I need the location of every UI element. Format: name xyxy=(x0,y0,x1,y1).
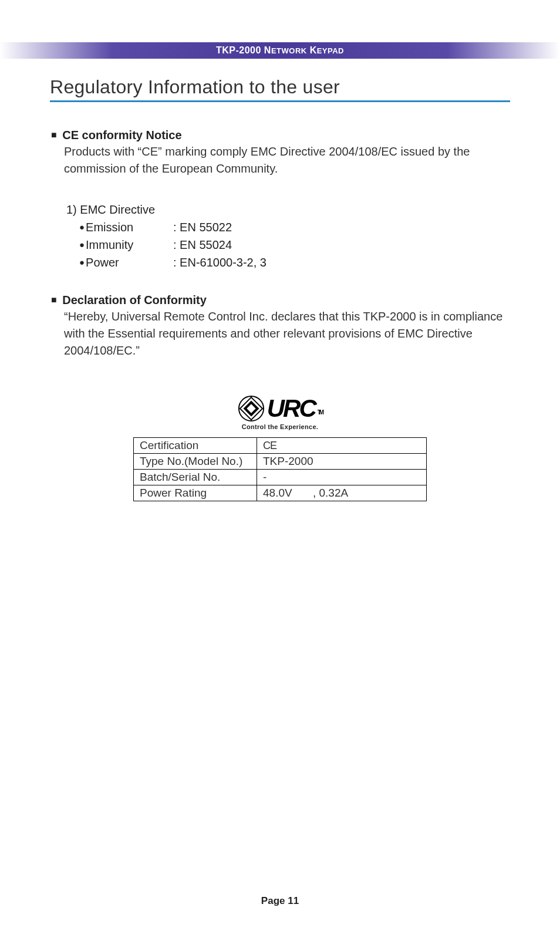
emc-directive-list: 1) EMC Directive ●Emission : EN 55022 ●I… xyxy=(50,201,510,271)
square-bullet-icon: ■ xyxy=(51,295,57,305)
page-content: Regulatory Information to the user ■ CE … xyxy=(0,59,560,501)
bullet-icon: ● xyxy=(79,239,85,249)
cert-value: CE xyxy=(257,438,427,454)
declaration-body: “Hereby, Universal Remote Control Inc. d… xyxy=(50,308,510,359)
document-header: TKP-2000 NETWORK KEYPAD xyxy=(0,42,560,59)
bullet-icon: ● xyxy=(79,222,85,232)
ce-conformity-section: ■ CE conformity Notice Products with “CE… xyxy=(50,129,510,271)
cert-value: 48.0V , 0.32A xyxy=(257,485,427,501)
title-underline xyxy=(50,100,510,102)
bullet-icon: ● xyxy=(79,257,85,267)
page-title: Regulatory Information to the user xyxy=(50,76,510,98)
emc-title: 1) EMC Directive xyxy=(66,201,510,218)
page-number: Page 11 xyxy=(0,895,560,907)
cert-label: Power Rating xyxy=(134,485,257,501)
header-title: TKP-2000 NETWORK KEYPAD xyxy=(216,45,344,56)
cert-value: TKP-2000 xyxy=(257,454,427,470)
ce-mark-icon: CE xyxy=(263,440,276,451)
square-bullet-icon: ■ xyxy=(51,130,57,140)
declaration-heading: ■ Declaration of Conformity xyxy=(50,293,510,307)
logo-block: URC TM Control the Experience. xyxy=(50,394,510,431)
declaration-section: ■ Declaration of Conformity “Hereby, Uni… xyxy=(50,293,510,359)
cert-label: Batch/Serial No. xyxy=(134,470,257,485)
urc-logo: URC TM xyxy=(238,394,322,423)
table-row: Type No.(Model No.) TKP-2000 xyxy=(134,454,427,470)
cert-label: Type No.(Model No.) xyxy=(134,454,257,470)
ce-heading: ■ CE conformity Notice xyxy=(50,129,510,142)
urc-emblem-icon xyxy=(238,395,265,422)
ce-body: Products with “CE” marking comply EMC Di… xyxy=(50,143,510,177)
logo-tagline: Control the Experience. xyxy=(238,423,322,430)
table-row: Batch/Serial No. - xyxy=(134,470,427,485)
trademark-icon: TM xyxy=(318,409,322,416)
cert-label: Certification xyxy=(134,438,257,454)
table-row: Power Rating 48.0V , 0.32A xyxy=(134,485,427,501)
emc-row: ●Emission : EN 55022 xyxy=(79,218,510,236)
cert-value: - xyxy=(257,470,427,485)
emc-row: ●Power : EN-61000-3-2, 3 xyxy=(79,254,510,271)
table-row: Certification CE xyxy=(134,438,427,454)
emc-row: ●Immunity : EN 55024 xyxy=(79,236,510,254)
certification-table: Certification CE Type No.(Model No.) TKP… xyxy=(133,437,427,501)
